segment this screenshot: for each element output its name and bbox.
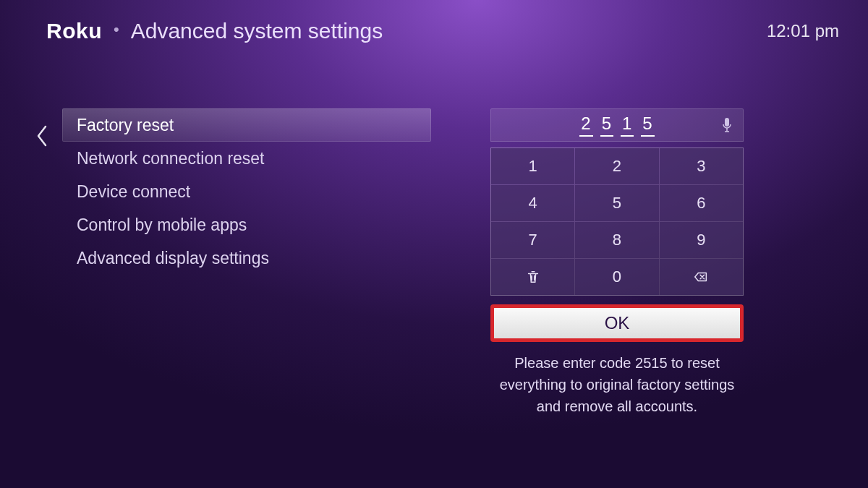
key-1[interactable]: 1: [491, 148, 574, 184]
settings-menu: Factory reset Network connection reset D…: [62, 108, 431, 275]
code-digit: 5: [641, 114, 654, 137]
menu-item-device-connect[interactable]: Device connect: [62, 175, 431, 208]
menu-item-mobile-apps[interactable]: Control by mobile apps: [62, 208, 431, 241]
svg-rect-0: [725, 118, 729, 127]
header: Roku • Advanced system settings 12:01 pm: [46, 19, 839, 43]
back-button[interactable]: [27, 120, 56, 152]
key-2[interactable]: 2: [575, 148, 658, 184]
backspace-icon: [693, 269, 709, 285]
code-input-field[interactable]: 2 5 1 5: [490, 108, 744, 142]
key-3[interactable]: 3: [660, 148, 743, 184]
code-digit: 2: [579, 114, 592, 137]
key-9[interactable]: 9: [660, 222, 743, 258]
key-7[interactable]: 7: [491, 222, 574, 258]
menu-item-label: Network connection reset: [77, 149, 265, 168]
ok-button[interactable]: OK: [490, 304, 744, 342]
menu-item-label: Factory reset: [77, 116, 174, 135]
key-5[interactable]: 5: [575, 185, 658, 221]
microphone-icon[interactable]: [721, 117, 733, 133]
key-8[interactable]: 8: [575, 222, 658, 258]
chevron-left-icon: [35, 125, 48, 147]
clock: 12:01 pm: [767, 21, 839, 41]
key-clear[interactable]: [491, 259, 574, 295]
key-0[interactable]: 0: [575, 259, 658, 295]
menu-item-label: Device connect: [77, 182, 190, 202]
menu-item-display-settings[interactable]: Advanced display settings: [62, 241, 431, 275]
menu-item-label: Control by mobile apps: [77, 215, 247, 235]
menu-item-factory-reset[interactable]: Factory reset: [62, 108, 431, 142]
key-4[interactable]: 4: [491, 185, 574, 221]
ok-button-label: OK: [605, 313, 630, 333]
code-digits: 2 5 1 5: [579, 114, 654, 137]
numeric-keypad: 1 2 3 4 5 6 7 8 9 0: [490, 147, 744, 296]
trash-icon: [525, 269, 541, 285]
code-digit: 1: [621, 114, 634, 137]
menu-item-network-reset[interactable]: Network connection reset: [62, 142, 431, 175]
separator-dot: •: [114, 20, 119, 39]
instruction-text: Please enter code 2515 to reset everythi…: [490, 352, 744, 417]
brand-logo: Roku: [46, 19, 102, 43]
menu-item-label: Advanced display settings: [77, 249, 269, 268]
key-backspace[interactable]: [660, 259, 743, 295]
key-6[interactable]: 6: [660, 185, 743, 221]
code-entry-panel: 2 5 1 5 1 2 3 4 5 6 7 8 9 0: [490, 108, 744, 417]
page-title: Advanced system settings: [131, 19, 383, 43]
content: Factory reset Network connection reset D…: [27, 107, 839, 474]
code-digit: 5: [600, 114, 613, 137]
